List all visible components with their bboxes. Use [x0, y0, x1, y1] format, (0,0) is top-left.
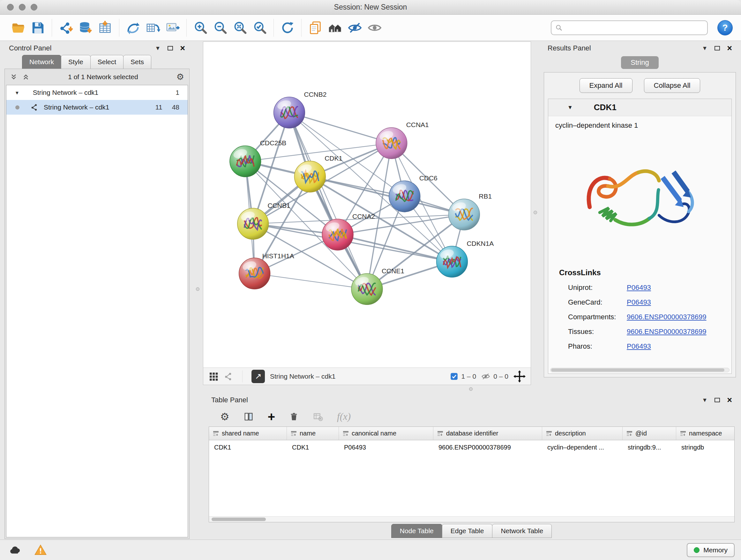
tab-sets[interactable]: Sets [123, 55, 151, 69]
import-network-from-database-button[interactable] [76, 18, 95, 38]
horizontal-splitter-handle[interactable] [469, 387, 473, 391]
column-header-id[interactable]: @id [623, 427, 676, 440]
column-header-description[interactable]: description [542, 427, 623, 440]
crosslink-link[interactable]: P06493 [627, 284, 651, 292]
panel-collapse-icon[interactable]: ▼ [155, 45, 160, 52]
panel-close-icon[interactable]: × [727, 44, 732, 53]
export-image-button[interactable] [163, 18, 183, 38]
column-header-shared-name[interactable]: shared name [209, 427, 287, 440]
tab-edge-table[interactable]: Edge Table [442, 524, 493, 538]
network-edge[interactable] [289, 113, 391, 143]
tab-style[interactable]: Style [61, 55, 91, 69]
scrollbar-thumb[interactable] [212, 517, 266, 521]
function-builder-icon[interactable]: f(x) [337, 411, 351, 422]
table-horizontal-scrollbar[interactable] [209, 516, 734, 522]
crosslink-link[interactable]: P06493 [627, 298, 651, 307]
import-table-from-file-button[interactable] [95, 18, 115, 38]
panel-float-icon[interactable] [715, 46, 720, 51]
home-button[interactable] [325, 18, 345, 38]
network-edge[interactable] [310, 177, 464, 214]
zoom-selected-button[interactable] [250, 18, 270, 38]
network-edge[interactable] [289, 113, 367, 289]
gene-section-header[interactable]: ▼ CDK1 [548, 99, 731, 116]
table-settings-gear-icon[interactable]: ⚙ [220, 412, 229, 422]
pan-crosshair-icon[interactable] [514, 370, 526, 382]
search-input[interactable] [565, 24, 703, 32]
cell-description[interactable]: cyclin–dependent ... [542, 444, 623, 451]
hide-elements-button[interactable] [345, 18, 365, 38]
panel-collapse-icon[interactable]: ▼ [702, 397, 708, 403]
panel-collapse-icon[interactable]: ▼ [702, 45, 708, 52]
show-columns-icon[interactable] [244, 412, 254, 422]
tab-node-table[interactable]: Node Table [391, 524, 442, 538]
expand-all-button[interactable]: Expand All [580, 78, 632, 93]
crosslink-link[interactable]: 9606.ENSP00000378699 [627, 327, 706, 336]
panel-float-icon[interactable] [715, 398, 720, 402]
cell-canonical-name[interactable]: P06493 [339, 444, 433, 451]
help-button[interactable]: ? [718, 20, 733, 36]
network-node-CCNB2[interactable]: CCNB2 [274, 91, 327, 128]
panel-close-icon[interactable]: × [727, 396, 732, 405]
horizontal-scrollbar[interactable] [550, 368, 730, 372]
disclosure-triangle-icon[interactable]: ▼ [567, 105, 573, 111]
show-elements-button[interactable] [365, 18, 385, 38]
detach-view-button[interactable]: ↗ [252, 370, 265, 383]
minimize-window-button[interactable] [19, 4, 25, 10]
import-network-from-file-button[interactable] [56, 18, 76, 38]
copy-document-button[interactable] [306, 18, 325, 38]
crosslink-link[interactable]: P06493 [627, 342, 651, 351]
memory-button[interactable]: Memory [687, 543, 735, 557]
cell-shared-name[interactable]: CDK1 [209, 444, 287, 451]
cell-id[interactable]: stringdb:9... [623, 444, 676, 451]
collapse-all-icon[interactable] [10, 73, 17, 81]
network-node-CDKN1A[interactable]: CDKN1A [436, 240, 494, 277]
cloud-status-button[interactable] [6, 543, 23, 557]
tab-network[interactable]: Network [22, 55, 61, 69]
network-node-HIST1H1A[interactable]: HIST1H1A [239, 252, 294, 289]
new-network-button[interactable] [123, 18, 143, 38]
network-edge[interactable] [255, 273, 367, 289]
collapse-all-button[interactable]: Collapse All [644, 78, 700, 93]
column-header-name[interactable]: name [287, 427, 339, 440]
crosslink-link[interactable]: 9606.ENSP00000378699 [627, 313, 706, 321]
zoom-in-button[interactable] [191, 18, 210, 38]
network-node-CDK1[interactable]: CDK1 [294, 154, 342, 192]
warnings-button[interactable] [32, 543, 49, 557]
cell-database-identifier[interactable]: 9606.ENSP00000378699 [433, 444, 542, 451]
network-node-CCNA1[interactable]: CCNA1 [376, 121, 429, 159]
tab-select[interactable]: Select [90, 55, 124, 69]
zoom-fit-button[interactable] [230, 18, 250, 38]
vertical-splitter-handle[interactable] [196, 287, 199, 291]
refresh-view-button[interactable] [278, 18, 297, 38]
network-from-table-button[interactable] [143, 18, 163, 38]
table-row[interactable]: CDK1 CDK1 P06493 9606.ENSP00000378699 cy… [209, 440, 734, 454]
cell-namespace[interactable]: stringdb [676, 444, 735, 451]
zoom-out-button[interactable] [210, 18, 230, 38]
expand-all-icon[interactable] [22, 73, 30, 81]
tab-string[interactable]: String [621, 56, 658, 69]
tab-network-table[interactable]: Network Table [492, 524, 552, 538]
save-session-button[interactable] [28, 18, 48, 38]
column-header-database-identifier[interactable]: database identifier [433, 427, 542, 440]
trash-icon[interactable] [289, 412, 299, 422]
gear-icon[interactable]: ⚙ [177, 73, 184, 81]
cell-name[interactable]: CDK1 [287, 444, 339, 451]
network-collection-row[interactable]: ▼ String Network – cdk1 1 [6, 85, 188, 100]
panel-close-icon[interactable]: × [180, 44, 185, 53]
network-node-RB1[interactable]: RB1 [449, 192, 492, 230]
grid-view-icon[interactable] [208, 371, 219, 381]
delete-table-icon[interactable] [313, 412, 323, 422]
zoom-window-button[interactable] [30, 4, 37, 10]
vertical-splitter-handle[interactable] [534, 211, 537, 214]
network-share-icon[interactable] [224, 372, 233, 381]
network-canvas[interactable]: CCNB2CCNA1CDC25BCDK1CDC6RB1CCNB1CCNA2CDK… [203, 42, 531, 368]
network-node-CCNB1[interactable]: CCNB1 [238, 202, 290, 240]
close-window-button[interactable] [7, 4, 14, 10]
column-header-namespace[interactable]: namespace [676, 427, 735, 440]
disclosure-triangle-icon[interactable]: ▼ [15, 90, 19, 96]
scrollbar-thumb[interactable] [551, 368, 724, 372]
column-header-canonical-name[interactable]: canonical name [339, 427, 433, 440]
open-session-button[interactable] [8, 18, 28, 38]
network-row[interactable]: String Network – cdk1 11 48 [6, 100, 188, 115]
panel-float-icon[interactable] [167, 46, 173, 51]
